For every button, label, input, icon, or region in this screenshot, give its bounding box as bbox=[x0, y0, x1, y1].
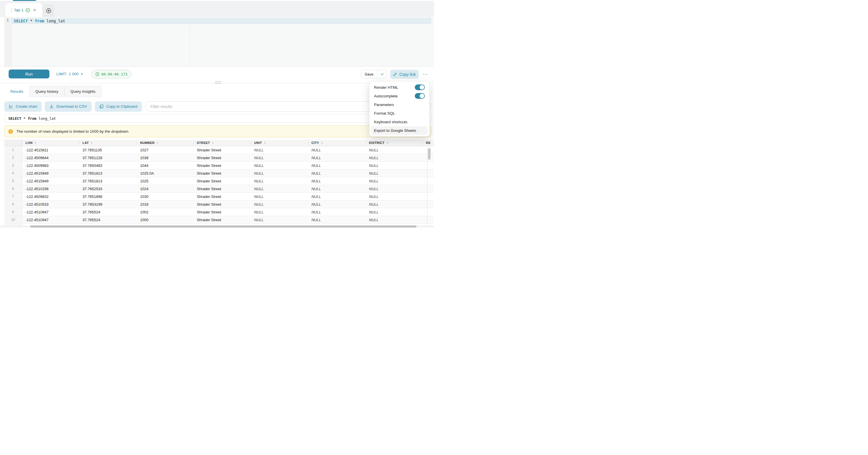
table-cell[interactable]: Shrader Street bbox=[193, 170, 250, 177]
table-cell[interactable]: NULL bbox=[366, 154, 423, 161]
tab-query-history[interactable]: Query history bbox=[29, 86, 64, 97]
row-number[interactable]: 9 bbox=[4, 208, 22, 216]
row-number[interactable]: 4 bbox=[4, 170, 22, 177]
table-cell[interactable]: NULL bbox=[308, 185, 365, 192]
table-cell[interactable]: NULL bbox=[366, 208, 423, 216]
table-cell[interactable] bbox=[423, 208, 434, 216]
column-header-lon[interactable]: LON bbox=[22, 140, 79, 146]
table-cell[interactable]: Shrader Street bbox=[193, 162, 250, 169]
table-cell[interactable]: -122.4509832 bbox=[22, 193, 79, 200]
table-cell[interactable]: 37.765524 bbox=[79, 208, 136, 216]
table-cell[interactable]: NULL bbox=[251, 193, 308, 200]
table-cell[interactable]: NULL bbox=[308, 193, 365, 200]
table-cell[interactable]: 37.765524 bbox=[79, 216, 136, 223]
close-tab-icon[interactable]: ✕ bbox=[33, 8, 36, 12]
table-cell[interactable]: 37.7653199 bbox=[79, 201, 136, 208]
table-cell[interactable] bbox=[423, 201, 434, 208]
table-cell[interactable]: 37.7651228 bbox=[79, 154, 136, 161]
table-cell[interactable]: 1044 bbox=[137, 162, 193, 169]
table-cell[interactable]: -122.4509644 bbox=[22, 154, 79, 161]
table-cell[interactable]: 37.7651813 bbox=[79, 170, 136, 177]
table-cell[interactable]: NULL bbox=[308, 146, 365, 154]
table-cell[interactable]: NULL bbox=[366, 216, 423, 223]
pane-resize-handle[interactable] bbox=[215, 81, 221, 85]
table-cell[interactable]: NULL bbox=[251, 170, 308, 177]
table-cell[interactable]: 37.7651135 bbox=[79, 146, 136, 154]
table-cell[interactable]: NULL bbox=[308, 162, 365, 169]
table-cell[interactable]: 37.7650483 bbox=[79, 162, 136, 169]
table-cell[interactable] bbox=[423, 170, 434, 177]
table-cell[interactable]: 1038 bbox=[137, 154, 193, 161]
row-number[interactable]: 3 bbox=[4, 162, 22, 169]
table-cell[interactable]: NULL bbox=[366, 201, 423, 208]
table-cell[interactable]: NULL bbox=[308, 201, 365, 208]
table-cell[interactable]: -122.4510533 bbox=[22, 201, 79, 208]
table-cell[interactable]: 1025.0A bbox=[137, 170, 193, 177]
table-cell[interactable] bbox=[423, 162, 434, 169]
menu-item-autocomplete[interactable]: Autocomplete bbox=[371, 92, 428, 100]
table-cell[interactable]: Shrader Street bbox=[193, 177, 250, 185]
download-csv-button[interactable]: Download to CSV bbox=[45, 101, 92, 112]
menu-item-keyboard-shortcuts[interactable]: Keyboard shortcuts bbox=[371, 118, 428, 126]
horizontal-scrollbar-thumb[interactable] bbox=[30, 225, 416, 228]
table-cell[interactable]: NULL bbox=[251, 154, 308, 161]
table-cell[interactable]: 1000 bbox=[137, 216, 193, 223]
table-cell[interactable]: NULL bbox=[366, 193, 423, 200]
table-cell[interactable]: 37.7651898 bbox=[79, 193, 136, 200]
row-number[interactable]: 8 bbox=[4, 201, 22, 208]
table-cell[interactable] bbox=[423, 177, 434, 185]
copy-clipboard-button[interactable]: Copy to Clipboard bbox=[95, 101, 142, 112]
menu-item-format-sql[interactable]: Format SQL bbox=[371, 109, 428, 118]
table-cell[interactable]: NULL bbox=[251, 201, 308, 208]
vertical-scrollbar-thumb[interactable] bbox=[428, 148, 431, 160]
table-cell[interactable] bbox=[423, 216, 434, 223]
table-cell[interactable]: 1018 bbox=[137, 201, 193, 208]
table-cell[interactable]: NULL bbox=[251, 208, 308, 216]
column-header-re[interactable]: RE bbox=[423, 140, 434, 146]
column-header-city[interactable]: CITY bbox=[308, 140, 365, 146]
tab-1[interactable]: Tab 1 ✕ bbox=[5, 3, 42, 17]
table-cell[interactable]: Shrader Street bbox=[193, 146, 250, 154]
row-number[interactable]: 5 bbox=[4, 177, 22, 185]
column-header-street[interactable]: STREET bbox=[193, 140, 250, 146]
menu-item-parameters[interactable]: Parameters bbox=[371, 100, 428, 109]
tab-query-insights[interactable]: Query Insights bbox=[64, 86, 101, 97]
column-header-number[interactable]: NUMBER bbox=[137, 140, 193, 146]
new-tab-button[interactable] bbox=[43, 4, 54, 17]
table-cell[interactable]: NULL bbox=[251, 146, 308, 154]
sql-code-line[interactable]: SELECT * from long_lat bbox=[14, 19, 65, 23]
table-cell[interactable]: 37.7652533 bbox=[79, 185, 136, 192]
table-cell[interactable]: Shrader Street bbox=[193, 216, 250, 223]
toggle-on[interactable] bbox=[415, 85, 425, 90]
create-chart-button[interactable]: Create chart bbox=[4, 101, 42, 112]
table-cell[interactable]: -122.4515811 bbox=[22, 146, 79, 154]
table-cell[interactable]: -122.4510947 bbox=[22, 216, 79, 223]
table-cell[interactable]: -122.4515949 bbox=[22, 177, 79, 185]
table-cell[interactable]: NULL bbox=[366, 146, 423, 154]
more-options-button[interactable]: ⋯ bbox=[420, 70, 431, 79]
table-cell[interactable]: NULL bbox=[366, 162, 423, 169]
copy-link-button[interactable]: Copy link bbox=[390, 70, 419, 79]
table-cell[interactable]: NULL bbox=[366, 170, 423, 177]
table-cell[interactable]: -122.4515949 bbox=[22, 170, 79, 177]
table-cell[interactable]: Shrader Street bbox=[193, 201, 250, 208]
table-cell[interactable]: NULL bbox=[308, 154, 365, 161]
save-options-button[interactable] bbox=[377, 70, 386, 78]
table-cell[interactable]: 1025 bbox=[137, 177, 193, 185]
table-cell[interactable]: -122.4509983 bbox=[22, 162, 79, 169]
table-cell[interactable]: NULL bbox=[308, 170, 365, 177]
table-cell[interactable] bbox=[423, 193, 434, 200]
row-number[interactable]: 6 bbox=[4, 185, 22, 192]
table-cell[interactable] bbox=[423, 185, 434, 192]
table-cell[interactable]: 1027 bbox=[137, 146, 193, 154]
table-cell[interactable]: NULL bbox=[366, 185, 423, 192]
table-cell[interactable]: 1030 bbox=[137, 193, 193, 200]
sql-editor[interactable]: 1 SELECT * from long_lat bbox=[0, 17, 434, 67]
table-cell[interactable]: 37.7651813 bbox=[79, 177, 136, 185]
menu-item-render-html[interactable]: Render HTML bbox=[371, 83, 428, 92]
table-cell[interactable]: Shrader Street bbox=[193, 208, 250, 216]
table-cell[interactable]: NULL bbox=[308, 177, 365, 185]
table-cell[interactable]: -122.4510947 bbox=[22, 208, 79, 216]
row-number[interactable]: 7 bbox=[4, 193, 22, 200]
table-cell[interactable]: NULL bbox=[251, 185, 308, 192]
